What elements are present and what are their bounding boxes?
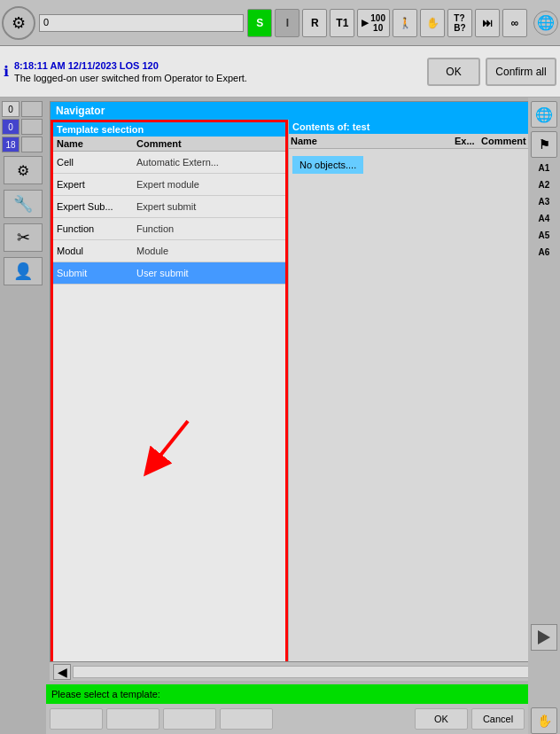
info-icon: ℹ [4,63,9,80]
btn-skip[interactable]: ⏭ [475,9,500,37]
side-num-2: 18 [2,137,19,152]
col-comment: Comment [136,138,282,149]
side-btn-scissors[interactable]: ✂ [4,223,43,252]
contents-section: Contents of: test Name Ex... Comment No … [288,120,528,678]
col-name: Name [57,138,136,149]
info-ok-button[interactable]: OK [427,58,480,86]
side-btn-tool[interactable]: 🔧 [4,190,43,218]
right-label-a6: A6 [539,247,550,257]
confirm-all-button[interactable]: Confirm all [486,58,556,86]
skip-icon: ⏭ [482,17,493,29]
info-title: 8:18:11 AM 12/11/2023 LOS 120 [14,60,422,71]
info-text-block: 8:18:11 AM 12/11/2023 LOS 120 The logged… [14,60,422,83]
scroll-left-button[interactable]: ◀ [53,664,71,680]
right-label-a1: A1 [539,163,550,173]
main-area: Navigator Template selection Name Commen… [46,98,528,684]
progress-label: 0 [43,17,49,27]
navigator-body: Template selection Name Comment CellAuto… [51,120,528,678]
btn-i[interactable]: I [275,9,299,37]
red-arrow-indicator [135,412,206,483]
right-label-a2: A2 [539,180,550,190]
cth-comment: Comment [481,136,528,146]
template-section: Template selection Name Comment CellAuto… [51,120,288,678]
side-row-0: 0 [0,101,46,117]
template-row[interactable]: ModulModule [53,240,285,262]
right-btn-top[interactable]: 🌐 [531,101,557,128]
globe-icon: 🌐 [533,11,558,35]
scroll-track[interactable] [73,666,528,678]
status-cancel-button[interactable]: Cancel [471,708,525,730]
template-row-comment: Expert submit [136,201,282,212]
inf-icon: ∞ [511,17,519,29]
template-row[interactable]: CellAutomatic Extern... [53,152,285,174]
logo-icon: ⚙ [12,13,26,33]
toolbar: ⚙ 0 S I R T1 ▶ 10010 🚶 ✋ T?B? ⏭ ∞ 🌐 [0,0,560,46]
side-row-1: 0 [0,119,46,135]
side-icon-1 [21,119,43,135]
navigator-header: Navigator [51,102,528,120]
speed-label: 10010 [370,13,385,33]
template-row-comment: Function [136,223,282,234]
side-icon-2 [21,137,43,152]
btn-hand[interactable]: ✋ [420,9,445,37]
template-row-name: Submit [57,268,136,278]
right-label-a3: A3 [539,197,550,207]
template-row-name: Expert [57,179,136,190]
status-text: Please select a template: [46,684,528,704]
template-row-comment: Automatic Extern... [136,157,282,168]
right-play-button[interactable] [531,624,557,651]
speed-icon: ▶ [362,18,369,27]
info-bar: ℹ 8:18:11 AM 12/11/2023 LOS 120 The logg… [0,46,560,98]
logo-button[interactable]: ⚙ [2,6,35,40]
walk-icon: 🚶 [399,17,412,29]
btn-s[interactable]: S [247,9,272,37]
right-btn-bottom[interactable]: ✋ [531,707,557,734]
contents-title: Contents of: test [289,120,528,134]
no-objects-label: No objects.... [292,156,363,174]
status-btn-4[interactable] [220,708,273,730]
template-row-name: Expert Sub... [57,201,136,212]
btn-speed[interactable]: ▶ 10010 [357,9,390,37]
template-row[interactable]: ExpertExpert module [53,174,285,196]
contents-body: No objects.... [289,149,528,678]
template-row-comment: User submit [136,268,282,278]
template-row[interactable]: Expert Sub...Expert submit [53,196,285,218]
navigator-panel: Navigator Template selection Name Commen… [50,101,528,681]
template-table-header: Name Comment [53,137,285,152]
template-row-comment: Module [136,246,282,256]
template-row-name: Cell [57,157,136,168]
status-ok-button[interactable]: OK [415,708,468,730]
side-btn-person[interactable]: 👤 [4,257,43,285]
btn-inf[interactable]: ∞ [502,9,527,37]
btn-question[interactable]: T?B? [447,9,472,37]
right-play-icon [538,630,550,644]
status-btn-1[interactable] [50,708,103,730]
cth-name: Name [291,136,455,146]
right-btn-flag[interactable]: ⚑ [531,131,557,158]
right-label-a4: A4 [539,214,550,223]
status-btn-3[interactable] [163,708,216,730]
btn-walk[interactable]: 🚶 [393,9,417,37]
btn-t1[interactable]: T1 [330,9,354,37]
status-buttons-bar: OK Cancel [46,704,528,734]
left-sidebar: 0 0 18 ⚙ 🔧 ✂ 👤 [0,98,46,734]
side-btn-gear[interactable]: ⚙ [4,156,43,184]
side-num-1: 0 [2,119,19,135]
template-row-comment: Expert module [136,179,282,190]
status-bar: Please select a template: OK Cancel [46,684,528,734]
right-label-a5: A5 [539,230,550,240]
info-message: The logged-on user switched from Operato… [14,73,422,83]
btn-r[interactable]: R [302,9,327,37]
template-row[interactable]: FunctionFunction [53,218,285,240]
side-row-2: 18 [0,137,46,152]
svg-line-1 [152,421,188,465]
right-sidebar: 🌐 ⚑ A1 A2 A3 A4 A5 A6 ✋ [528,98,560,734]
side-num-0: 0 [2,101,19,117]
progress-bar-container: 0 [39,14,244,32]
side-icon-0 [21,101,43,117]
hand-icon: ✋ [426,17,439,29]
status-btn-2[interactable] [106,708,159,730]
nav-scroll-bar: ◀ ▶ [50,661,528,681]
template-row[interactable]: SubmitUser submit [53,262,285,285]
template-row-name: Modul [57,246,136,256]
